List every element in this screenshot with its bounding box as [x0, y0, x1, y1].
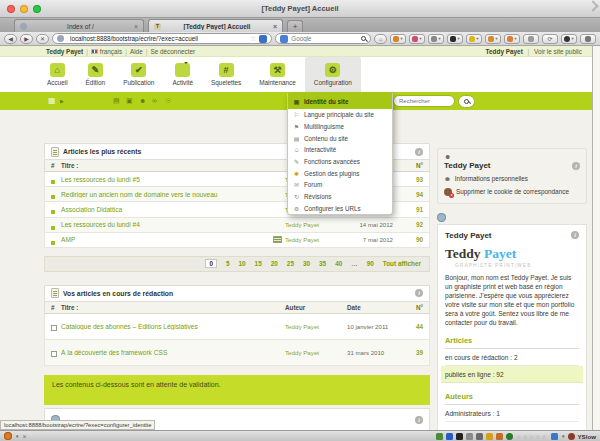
- logout-link[interactable]: Se déconnecter: [150, 48, 195, 55]
- menu-item-fonctions-avancees[interactable]: ✎ Fonctions avancées: [288, 156, 392, 168]
- firebug-icon[interactable]: [4, 432, 12, 440]
- menu-item-interactivite[interactable]: ☺ Interactivité: [288, 144, 392, 156]
- forward-button[interactable]: ▶: [20, 34, 33, 44]
- pagination-link[interactable]: 20: [271, 260, 278, 267]
- tab-index-of[interactable]: Index of / ×: [14, 19, 144, 32]
- column-number[interactable]: #: [51, 162, 61, 169]
- extension-button[interactable]: [523, 34, 539, 44]
- article-title-link[interactable]: AMP: [61, 236, 273, 243]
- stat-published[interactable]: publiés en ligne : 92: [441, 366, 583, 383]
- caret-icon[interactable]: ▶: [60, 98, 64, 104]
- extension-button[interactable]: ▼: [466, 34, 482, 44]
- author-link[interactable]: Teddy Payet: [285, 221, 347, 228]
- bookmark-star-icon[interactable]: ☆: [250, 35, 256, 43]
- spip-search-field[interactable]: [393, 95, 455, 107]
- back-button[interactable]: ◀: [4, 34, 17, 44]
- browser-search-field[interactable]: [275, 33, 371, 44]
- info-icon[interactable]: i: [415, 416, 423, 424]
- draft-checkbox-icon[interactable]: [51, 343, 61, 361]
- column-order[interactable]: N°: [399, 162, 423, 169]
- close-icon[interactable]: ×: [22, 433, 26, 440]
- tab-accueil[interactable]: T [Teddy Payet] Accueil ×: [148, 19, 283, 32]
- extension-button[interactable]: ▼: [447, 34, 463, 44]
- article-title-link[interactable]: Les ressources du lundi #5: [61, 176, 285, 183]
- nav-item-publication[interactable]: ✔ Publication: [114, 57, 163, 92]
- nav-item-accueil[interactable]: ⌂ Accueil: [38, 57, 77, 92]
- extension-button[interactable]: ▼: [485, 34, 501, 44]
- menu-item-contenu[interactable]: ▤ Contenu du site: [288, 132, 392, 144]
- shortcut-folder-icon[interactable]: ▤: [113, 97, 120, 105]
- article-title-link[interactable]: Rediriger un ancien nom de domaine vers …: [61, 191, 285, 198]
- yslow-button[interactable]: YSlow: [568, 433, 596, 440]
- extension-button[interactable]: ▼: [409, 34, 425, 44]
- menu-item-langue[interactable]: ⚐ Langue principale du site: [288, 109, 392, 121]
- info-icon[interactable]: i: [572, 162, 580, 170]
- url-text[interactable]: localhost:8888/bootstrap/ecrire/?exec=ac…: [70, 35, 247, 42]
- shortcut-link-icon[interactable]: ∞: [152, 97, 157, 104]
- shield-icon[interactable]: [259, 35, 267, 43]
- article-title-link[interactable]: À la découverte des framework CSS: [61, 349, 285, 356]
- author-link[interactable]: Teddy Payet: [285, 323, 347, 330]
- addon-icon[interactable]: [486, 433, 493, 440]
- shortcut-site-icon[interactable]: ☉: [165, 97, 171, 105]
- pagination-link[interactable]: 90: [367, 260, 374, 267]
- pagination-link[interactable]: 25: [287, 260, 294, 267]
- rating-stars-icon[interactable]: ☆☆☆☆☆: [516, 433, 548, 440]
- shortcut-author-icon[interactable]: ☻: [139, 97, 146, 104]
- table-row[interactable]: Les ressources du lundi #4 Teddy Payet 1…: [44, 218, 430, 233]
- url-bar[interactable]: localhost:8888/bootstrap/ecrire/?exec=ac…: [52, 33, 272, 44]
- pagination-link[interactable]: 30: [303, 260, 310, 267]
- table-row[interactable]: Catalogue des abonnés – Editions Législa…: [44, 314, 430, 340]
- menu-item-identite[interactable]: ▣ Identité du site: [288, 93, 392, 109]
- shortcut-article-icon[interactable]: ▣: [126, 97, 133, 105]
- delete-cookie-link[interactable]: Supprimer le cookie de correspondance: [444, 188, 580, 196]
- extension-button[interactable]: ▼: [428, 34, 444, 44]
- nav-item-activite[interactable]: Activité: [163, 57, 202, 92]
- tab-close-icon[interactable]: ×: [273, 23, 277, 30]
- menu-item-plugins[interactable]: ✱ Gestion des plugins: [288, 167, 392, 179]
- new-tab-button[interactable]: +: [287, 20, 303, 32]
- browser-search-input[interactable]: [291, 35, 358, 42]
- reload-button[interactable]: ⟳: [542, 34, 558, 44]
- addon-icon[interactable]: [456, 433, 463, 440]
- author-link[interactable]: Teddy Payet: [285, 349, 347, 356]
- addon-icon[interactable]: [506, 433, 513, 440]
- column-date[interactable]: Date: [347, 304, 399, 311]
- column-number[interactable]: #: [51, 304, 61, 311]
- caret-down-icon[interactable]: ▼: [561, 434, 565, 439]
- stat-drafts[interactable]: en cours de rédaction : 2: [445, 349, 579, 366]
- extension-button[interactable]: ▼: [390, 34, 406, 44]
- info-icon[interactable]: i: [415, 289, 423, 297]
- menu-item-revisions[interactable]: ↻ Révisions: [288, 191, 392, 203]
- nav-item-configuration[interactable]: ⚙ Configuration: [305, 57, 361, 92]
- menu-item-urls[interactable]: ⚙ Configurer les URLs: [288, 203, 392, 215]
- info-icon[interactable]: i: [571, 231, 579, 239]
- menu-item-forum[interactable]: ✉ Forum: [288, 179, 392, 191]
- stat-admins[interactable]: Administrateurs : 1: [445, 405, 579, 422]
- spip-search-input[interactable]: [399, 98, 449, 104]
- nav-item-squelettes[interactable]: # Squelettes: [202, 57, 250, 92]
- user-name-link[interactable]: Teddy Payet: [46, 48, 83, 55]
- show-all-link[interactable]: Tout afficher: [383, 260, 421, 267]
- addon-icon[interactable]: [466, 433, 473, 440]
- stop-button[interactable]: ✕: [36, 34, 49, 44]
- column-title[interactable]: Titre :: [61, 304, 285, 311]
- spip-search-button[interactable]: [458, 95, 475, 108]
- menu-item-multilinguisme[interactable]: ⚑ Multilinguisme: [288, 121, 392, 133]
- pagination-link[interactable]: 15: [255, 260, 262, 267]
- search-engine-icon[interactable]: [280, 35, 288, 43]
- nav-item-edition[interactable]: ✎ Édition: [77, 57, 115, 92]
- info-icon[interactable]: i: [415, 148, 423, 156]
- tab-close-icon[interactable]: ×: [134, 23, 138, 30]
- scrollbar[interactable]: [592, 46, 600, 430]
- pagination-link[interactable]: 35: [319, 260, 326, 267]
- search-icon[interactable]: [361, 36, 366, 41]
- sitemap-icon[interactable]: ▦: [48, 96, 56, 105]
- pagination-link[interactable]: 10: [239, 260, 246, 267]
- table-row[interactable]: À la découverte des framework CSS Teddy …: [44, 340, 430, 366]
- pagination-link[interactable]: 40: [335, 260, 342, 267]
- nav-item-maintenance[interactable]: ⚒ Maintenance: [250, 57, 305, 92]
- addon-icon[interactable]: [496, 433, 503, 440]
- column-author[interactable]: Auteur: [285, 304, 347, 311]
- view-public-site-link[interactable]: Voir le site public: [534, 48, 582, 55]
